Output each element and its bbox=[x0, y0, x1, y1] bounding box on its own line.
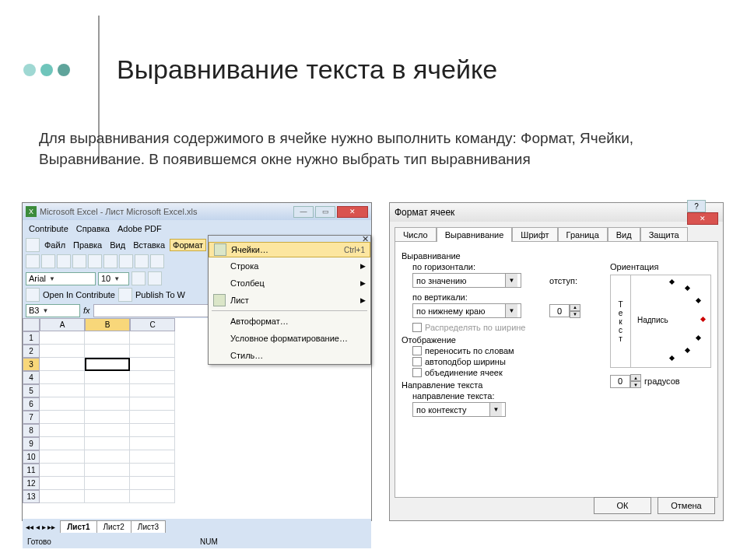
dropdown-close-icon[interactable]: ✕ bbox=[362, 234, 369, 244]
tab-number[interactable]: Число bbox=[395, 227, 437, 242]
cell-A7[interactable] bbox=[40, 411, 85, 424]
cell-A11[interactable] bbox=[40, 464, 85, 477]
cell-B2[interactable] bbox=[85, 345, 130, 358]
publish-to-website[interactable]: Publish To W bbox=[135, 290, 185, 299]
name-box[interactable]: B3▼ bbox=[26, 304, 80, 317]
cell-C2[interactable] bbox=[130, 345, 175, 358]
dialog-help-button[interactable]: ? bbox=[687, 200, 706, 212]
font-name-combo[interactable]: Arial▼ bbox=[26, 272, 96, 285]
row-header-6[interactable]: 6 bbox=[23, 397, 40, 411]
cell-A6[interactable] bbox=[40, 397, 85, 411]
cell-C9[interactable] bbox=[130, 437, 175, 450]
cell-A9[interactable] bbox=[40, 437, 85, 450]
cell-B1[interactable] bbox=[85, 331, 130, 345]
orientation-vertical-text[interactable]: Текст bbox=[611, 275, 631, 367]
cell-C6[interactable] bbox=[130, 397, 175, 411]
dropdown-handle[interactable]: ✕ bbox=[209, 236, 370, 242]
open-in-contribute[interactable]: Open In Contribute bbox=[43, 290, 115, 299]
row-header-11[interactable]: 11 bbox=[23, 464, 40, 477]
degrees-input[interactable] bbox=[610, 375, 630, 388]
copy-icon[interactable] bbox=[135, 254, 149, 268]
select-all-corner[interactable] bbox=[23, 318, 40, 331]
row-header-5[interactable]: 5 bbox=[23, 384, 40, 397]
degrees-up-icon[interactable]: ▲ bbox=[630, 374, 641, 381]
cell-A5[interactable] bbox=[40, 384, 85, 397]
cut-icon[interactable] bbox=[119, 254, 133, 268]
cell-C7[interactable] bbox=[130, 411, 175, 424]
cell-B5[interactable] bbox=[85, 384, 130, 397]
row-header-8[interactable]: 8 bbox=[23, 424, 40, 437]
row-header-7[interactable]: 7 bbox=[23, 411, 40, 424]
menu-insert[interactable]: Вставка bbox=[130, 239, 168, 251]
spell-icon[interactable] bbox=[103, 254, 117, 268]
cell-C8[interactable] bbox=[130, 424, 175, 437]
row-header-13[interactable]: 13 bbox=[23, 490, 40, 503]
cell-C13[interactable] bbox=[130, 490, 175, 503]
menu-adobe-pdf[interactable]: Adobe PDF bbox=[114, 222, 165, 235]
cell-B8[interactable] bbox=[85, 424, 130, 437]
cell-C5[interactable] bbox=[130, 384, 175, 397]
bold-icon[interactable] bbox=[132, 271, 146, 285]
indent-up-icon[interactable]: ▲ bbox=[570, 304, 580, 311]
vertical-select[interactable]: по нижнему краю▼ bbox=[412, 303, 521, 318]
degrees-down-icon[interactable]: ▼ bbox=[630, 381, 641, 388]
cell-A13[interactable] bbox=[40, 490, 85, 503]
cell-B12[interactable] bbox=[85, 477, 130, 490]
column-header-C[interactable]: C bbox=[130, 318, 175, 331]
cell-B10[interactable] bbox=[85, 450, 130, 464]
sheet-tab-1[interactable]: Лист1 bbox=[60, 520, 96, 533]
open-icon[interactable] bbox=[41, 254, 55, 268]
format-menu-item-0[interactable]: Ячейки…Ctrl+1 bbox=[209, 242, 370, 257]
row-header-9[interactable]: 9 bbox=[23, 437, 40, 450]
row-header-2[interactable]: 2 bbox=[23, 345, 40, 358]
cell-B3[interactable] bbox=[85, 358, 130, 371]
cell-A2[interactable] bbox=[40, 345, 85, 358]
excel-system-icon[interactable] bbox=[26, 238, 40, 252]
maximize-button[interactable]: ▭ bbox=[315, 206, 335, 218]
cell-B6[interactable] bbox=[85, 397, 130, 411]
cell-C4[interactable] bbox=[130, 371, 175, 384]
cell-A3[interactable] bbox=[40, 358, 85, 371]
cell-B7[interactable] bbox=[85, 411, 130, 424]
cell-C1[interactable] bbox=[130, 331, 175, 345]
menu-contribute[interactable]: Contribute bbox=[26, 222, 72, 235]
direction-select[interactable]: по контексту▼ bbox=[412, 402, 506, 417]
menu-help[interactable]: Справка bbox=[73, 222, 113, 235]
orientation-dial[interactable]: Надпись bbox=[631, 275, 710, 367]
close-button[interactable]: ✕ bbox=[337, 206, 368, 218]
row-header-4[interactable]: 4 bbox=[23, 371, 40, 384]
cell-B11[interactable] bbox=[85, 464, 130, 477]
indent-down-icon[interactable]: ▼ bbox=[570, 311, 580, 318]
new-icon[interactable] bbox=[26, 254, 40, 268]
cancel-button[interactable]: Отмена bbox=[658, 497, 715, 514]
cell-C11[interactable] bbox=[130, 464, 175, 477]
format-menu-item-5[interactable]: Автоформат… bbox=[209, 313, 370, 330]
contribute-icon[interactable] bbox=[26, 288, 40, 302]
tab-border[interactable]: Граница bbox=[558, 227, 608, 242]
cell-C12[interactable] bbox=[130, 477, 175, 490]
tab-font[interactable]: Шрифт bbox=[512, 227, 557, 242]
italic-icon[interactable] bbox=[148, 271, 162, 285]
indent-spinner[interactable]: ▲▼ bbox=[549, 304, 580, 318]
orientation-widget[interactable]: Текст Надпись bbox=[610, 275, 711, 368]
tab-patterns[interactable]: Вид bbox=[608, 227, 640, 242]
menu-format[interactable]: Формат bbox=[170, 239, 206, 251]
menu-edit[interactable]: Правка bbox=[70, 239, 105, 251]
row-header-12[interactable]: 12 bbox=[23, 477, 40, 490]
indent-input[interactable] bbox=[549, 304, 570, 317]
tab-protection[interactable]: Защита bbox=[640, 227, 688, 242]
dialog-close-button[interactable]: ✕ bbox=[687, 212, 718, 225]
font-size-combo[interactable]: 10▼ bbox=[98, 272, 129, 285]
cell-C10[interactable] bbox=[130, 450, 175, 464]
preview-icon[interactable] bbox=[88, 254, 102, 268]
excel-titlebar[interactable]: X Microsoft Excel - Лист Microsoft Excel… bbox=[23, 203, 371, 220]
degrees-spinner[interactable]: ▲▼ bbox=[610, 374, 641, 388]
sheet-tab-2[interactable]: Лист2 bbox=[96, 520, 132, 533]
format-menu-item-2[interactable]: Столбец▶ bbox=[209, 275, 370, 292]
format-menu-item-3[interactable]: Лист▶ bbox=[209, 292, 370, 309]
dialog-titlebar[interactable]: Формат ячеек ? ✕ bbox=[390, 203, 723, 222]
menu-view[interactable]: Вид bbox=[107, 239, 128, 251]
row-header-10[interactable]: 10 bbox=[23, 450, 40, 464]
orientation-pointer-icon[interactable] bbox=[700, 317, 706, 322]
cell-A4[interactable] bbox=[40, 371, 85, 384]
